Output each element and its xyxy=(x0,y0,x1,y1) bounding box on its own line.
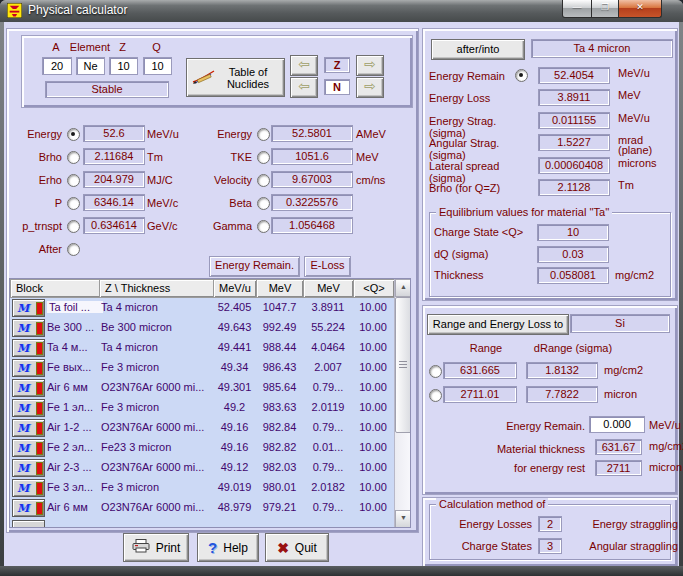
table-row[interactable]: M Ta foil ... Ta 4 micron 52.405 1047.7 … xyxy=(10,298,394,318)
table-row[interactable]: M Be 300 ... Be 300 micron 49.643 992.49… xyxy=(10,318,394,338)
print-button[interactable]: Print xyxy=(123,533,189,562)
energy-remain-column-button[interactable]: Energy Remain. xyxy=(209,256,300,277)
energy-remain-input[interactable]: 0.000 xyxy=(589,416,645,433)
eloss-column-button[interactable]: E-Loss xyxy=(304,256,351,277)
header-mev[interactable]: MeV xyxy=(256,279,304,298)
close-button[interactable]: ✕ xyxy=(618,0,662,18)
kin-radio[interactable] xyxy=(257,151,270,164)
thickness-cell[interactable]: Fe 3 micron xyxy=(101,361,212,373)
kin-radio[interactable] xyxy=(257,128,270,141)
thickness-cell[interactable]: Be 300 micron xyxy=(101,321,212,333)
n-toggle[interactable]: N xyxy=(324,79,350,95)
element-input[interactable]: Ne xyxy=(76,57,105,75)
after-into-material-field[interactable]: Ta 4 micron xyxy=(531,39,673,58)
q-input[interactable]: 10 xyxy=(143,57,172,75)
block-name-cell[interactable]: Ta foil ... xyxy=(47,301,103,313)
row-unit: mrad (plane) xyxy=(618,135,674,155)
row-radio[interactable] xyxy=(515,69,528,82)
block-name-cell[interactable]: Fe 1 эл... xyxy=(47,401,99,413)
thickness-cell[interactable]: O23N76Ar 6000 mi... xyxy=(101,381,212,393)
table-row[interactable]: M Air 6 мм O23N76Ar 6000 mi... 49.301 98… xyxy=(10,378,394,398)
thickness-cell[interactable]: Ta 4 micron xyxy=(101,341,212,353)
header-block[interactable]: Block xyxy=(10,279,105,298)
table-row[interactable]: M Ta 4 м... Ta 4 micron 49.441 988.44 4.… xyxy=(10,338,394,358)
block-name-cell[interactable]: Fe 2 эл... xyxy=(47,441,99,453)
material-button[interactable]: M xyxy=(12,479,45,497)
foil-icon xyxy=(36,422,43,435)
table-row[interactable]: M Air 6 мм O23N76Ar 6000 mi... 48.979 97… xyxy=(10,498,394,518)
material-button[interactable]: M xyxy=(12,379,45,397)
thickness-cell[interactable]: O23N76Ar 6000 mi... xyxy=(101,421,212,433)
material-button[interactable]: M xyxy=(12,299,45,317)
after-radio[interactable] xyxy=(67,243,80,256)
header-mevu[interactable]: MeV/u xyxy=(213,279,257,298)
z-input[interactable]: 10 xyxy=(109,57,138,75)
block-name-cell[interactable]: Air 2-3 ... xyxy=(47,461,99,473)
calc-method-value[interactable]: 3 xyxy=(538,538,562,554)
table-row[interactable]: M Fe 2 эл... Fe23 3 micron 49.16 982.82 … xyxy=(10,438,394,458)
range-radio[interactable] xyxy=(429,389,442,402)
material-button[interactable]: M xyxy=(12,319,45,337)
n-increase-button[interactable]: ⇨ xyxy=(356,77,384,98)
material-button[interactable]: M xyxy=(12,399,45,417)
block-name-cell[interactable]: Fe вых... xyxy=(47,361,99,373)
scrollbar-thumb[interactable] xyxy=(395,297,411,433)
table-row[interactable]: M Air 2-3 ... O23N76Ar 6000 mi... 49.12 … xyxy=(10,458,394,478)
table-rows: M Ta foil ... Ta 4 micron 52.405 1047.7 … xyxy=(10,298,394,518)
m-icon: M xyxy=(17,462,29,475)
table-row[interactable]: M Air 1-2 ... O23N76Ar 6000 mi... 49.16 … xyxy=(10,418,394,438)
row-value-field: 10 xyxy=(537,224,609,241)
calc-method-value[interactable]: 2 xyxy=(538,516,562,532)
range-radio[interactable] xyxy=(429,365,442,378)
table-row[interactable]: M Fe 3 эл... Fe 3 micron 49.019 980.01 2… xyxy=(10,478,394,498)
help-button[interactable]: ? Help xyxy=(197,533,259,562)
thickness-cell[interactable]: O23N76Ar 6000 mi... xyxy=(101,501,212,513)
block-name-cell[interactable]: Air 6 мм xyxy=(47,501,99,513)
scroll-down-button[interactable]: ▼ xyxy=(395,510,411,528)
thickness-cell[interactable]: Ta 4 micron xyxy=(101,301,212,313)
thickness-cell[interactable]: Fe23 3 micron xyxy=(101,441,212,453)
z-increase-button[interactable]: ⇨ xyxy=(356,55,384,76)
a-input[interactable]: 20 xyxy=(42,57,72,75)
table-row[interactable]: M Fe вых... Fe 3 micron 49.34 986.43 2.0… xyxy=(10,358,394,378)
material-button[interactable]: M xyxy=(12,439,45,457)
kin-radio[interactable] xyxy=(257,174,270,187)
table-scrollbar[interactable]: ▲ ▼ xyxy=(394,279,411,527)
range-material-field[interactable]: Si xyxy=(570,314,670,333)
z-decrease-button[interactable]: ⇦ xyxy=(290,55,318,76)
table-of-nuclides-button[interactable]: Table of Nuclides xyxy=(186,58,285,97)
material-button[interactable]: M xyxy=(12,419,45,437)
block-name-cell[interactable]: Fe 3 эл... xyxy=(47,481,99,493)
thickness-cell[interactable]: Fe 3 micron xyxy=(101,401,212,413)
thickness-cell[interactable]: O23N76Ar 6000 mi... xyxy=(101,461,212,473)
kin-radio[interactable] xyxy=(257,220,270,233)
charge-cell: 10.00 xyxy=(353,321,393,333)
z-toggle[interactable]: Z xyxy=(324,57,350,73)
block-name-cell[interactable]: Ta 4 м... xyxy=(47,341,99,353)
block-name-cell[interactable]: Air 6 мм xyxy=(47,381,99,393)
pencil-icon xyxy=(191,68,217,88)
block-name-cell[interactable]: Be 300 ... xyxy=(47,321,99,333)
thickness-cell[interactable]: Fe 3 micron xyxy=(101,481,212,493)
quit-button[interactable]: ✖ Quit xyxy=(265,533,329,562)
header-eloss[interactable]: MeV xyxy=(303,279,354,298)
kin-radio[interactable] xyxy=(257,197,270,210)
material-button[interactable]: M xyxy=(12,459,45,477)
scroll-up-button[interactable]: ▲ xyxy=(395,279,411,297)
n-decrease-button[interactable]: ⇦ xyxy=(290,77,318,98)
header-thickness[interactable]: Z \ Thickness xyxy=(99,279,219,298)
header-q[interactable]: <Q> xyxy=(353,279,395,298)
table-row[interactable]: M Fe 1 эл... Fe 3 micron 49.2 983.63 2.0… xyxy=(10,398,394,418)
material-button[interactable]: M xyxy=(12,339,45,357)
row-label: Charge State <Q> xyxy=(434,226,534,238)
block-name-cell[interactable]: Air 1-2 ... xyxy=(47,421,99,433)
maximize-button[interactable]: ❐ xyxy=(592,0,618,18)
material-button[interactable]: M xyxy=(12,359,45,377)
after-into-button[interactable]: after/into xyxy=(431,39,525,60)
client-area: A Element Z Q 20 Ne 10 10 Stable Table o… xyxy=(4,22,679,566)
energy-mevu-cell: 49.12 xyxy=(213,461,256,473)
range-button[interactable]: Range and Energy Loss to xyxy=(427,314,569,335)
material-button[interactable]: M xyxy=(12,499,45,517)
window-title: Physical calculator xyxy=(28,0,127,21)
minimize-button[interactable]: — xyxy=(562,0,592,18)
